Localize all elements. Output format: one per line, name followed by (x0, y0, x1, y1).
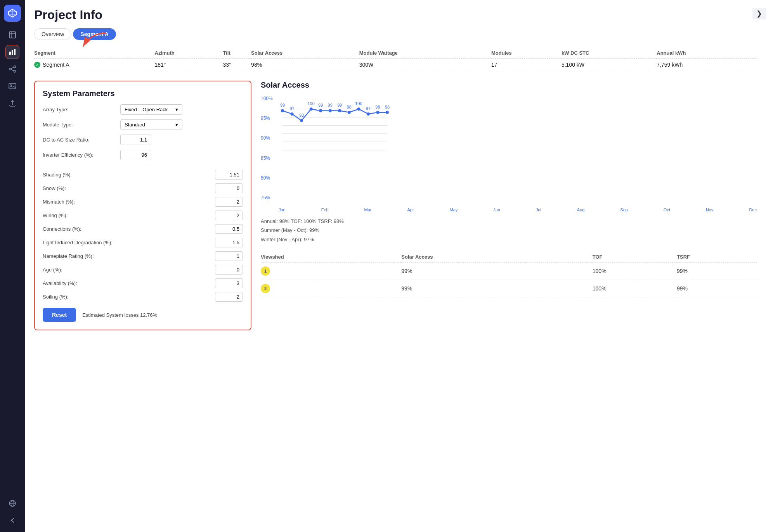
vs-solar-access-0: 99% (401, 263, 592, 280)
loss-input-9[interactable] (215, 292, 243, 302)
col-annual-kwh: Annual kWh (657, 48, 757, 59)
collapse-button[interactable]: ❯ (752, 8, 766, 19)
loss-label-6: Nameplate Rating (%): (43, 253, 215, 259)
svg-text:97: 97 (366, 106, 371, 111)
loss-input-0[interactable] (215, 170, 243, 180)
two-col-layout: System Parameters Array Type: Fixed – Op… (34, 81, 757, 330)
loss-label-0: Shading (%): (43, 172, 215, 178)
solar-chart-svg: 99979310099999998100979898 (279, 96, 395, 154)
array-type-row: Array Type: Fixed – Open Rack ▾ (43, 104, 243, 115)
array-type-select[interactable]: Fixed – Open Rack ▾ (120, 104, 182, 115)
col-modules: Modules (491, 48, 562, 59)
svg-text:98: 98 (385, 105, 390, 109)
loss-input-4[interactable] (215, 224, 243, 234)
svg-point-29 (338, 109, 341, 112)
col-segment: Segment (34, 48, 155, 59)
vs-tsrf-0: 99% (677, 263, 757, 280)
col-module-wattage: Module Wattage (359, 48, 491, 59)
module-type-row: Module Type: Standard ▾ (43, 119, 243, 130)
x-label: Feb (321, 207, 329, 212)
chart-x-labels: JanFebMarAprMayJunJulAugSepOctNovDec (279, 207, 757, 212)
svg-rect-7 (9, 83, 16, 89)
segment-table: Segment Azimuth Tilt Solar Access Module… (34, 48, 757, 71)
globe-icon[interactable] (5, 496, 19, 510)
chevron-down-icon-2: ▾ (175, 122, 178, 128)
svg-point-17 (281, 109, 284, 112)
inverter-eff-input[interactable] (120, 150, 151, 160)
loss-row: Nameplate Rating (%): (43, 251, 243, 261)
loss-row: Shading (%): (43, 170, 243, 180)
loss-label-4: Connections (%): (43, 226, 215, 232)
page-title: Project Info (34, 8, 757, 22)
reset-row: Reset Estimated System losses 12.76% (43, 308, 243, 322)
svg-point-21 (300, 119, 303, 122)
vs-tsrf-1: 99% (677, 280, 757, 297)
viewshed-num-0: 1 (261, 266, 270, 276)
tab-segment-a[interactable]: Segment A (73, 28, 116, 40)
svg-text:100: 100 (307, 101, 314, 106)
loss-row: Age (%): (43, 265, 243, 275)
svg-text:100: 100 (355, 101, 362, 106)
upload-icon[interactable] (5, 96, 19, 110)
loss-input-7[interactable] (215, 265, 243, 275)
stat-annual: Annual: 98% TOF: 100% TSRF: 98% (261, 217, 757, 226)
inverter-eff-row: Inverter Efficiency (%): (43, 150, 243, 160)
viewshed-num-1: 2 (261, 284, 270, 293)
loss-label-9: Soiling (%): (43, 294, 215, 300)
estimated-losses: Estimated System losses 12.76% (82, 312, 157, 318)
stat-winter: Winter (Nov - Apr): 97% (261, 235, 757, 244)
chart-y-labels: 100% 95% 90% 85% 80% 75% (261, 96, 273, 200)
inverter-eff-label: Inverter Efficiency (%): (43, 152, 120, 158)
back-arrow-icon[interactable] (5, 513, 19, 527)
loss-row: Soiling (%): (43, 292, 243, 302)
loss-row: Snow (%): (43, 183, 243, 193)
chart-bar-icon[interactable] (5, 45, 19, 59)
loss-label-2: Mismatch (%): (43, 199, 215, 205)
cube-icon[interactable] (5, 28, 19, 42)
table-row: Segment A 181° 33° 98% 300W 17 5.100 kW … (34, 59, 757, 71)
svg-point-25 (319, 109, 322, 112)
share-icon[interactable] (5, 62, 19, 76)
loss-input-3[interactable] (215, 211, 243, 220)
dc-ac-input[interactable] (120, 135, 151, 145)
image-icon[interactable] (5, 79, 19, 93)
svg-rect-1 (9, 52, 11, 55)
tab-overview[interactable]: Overview (34, 28, 71, 40)
svg-text:98: 98 (375, 105, 380, 109)
svg-point-33 (357, 107, 360, 111)
col-vs-solar-access: Solar Access (401, 252, 592, 263)
kw-dc-stc-value: 5.100 kW (562, 59, 657, 71)
annual-kwh-value: 7,759 kWh (657, 59, 757, 71)
x-label: Apr (407, 207, 414, 212)
col-azimuth: Azimuth (155, 48, 223, 59)
solar-access-panel: Solar Access 100% 95% 90% 85% 80% 75% 99… (261, 81, 757, 330)
array-type-label: Array Type: (43, 107, 120, 112)
app-logo[interactable] (4, 5, 21, 22)
loss-input-8[interactable] (215, 278, 243, 288)
svg-rect-3 (14, 49, 16, 55)
reset-button[interactable]: Reset (43, 308, 76, 322)
module-type-value: Standard (125, 122, 145, 128)
module-type-select[interactable]: Standard ▾ (120, 119, 182, 130)
viewshed-row: 1 99% 100% 99% (261, 263, 757, 280)
loss-input-5[interactable] (215, 238, 243, 247)
svg-point-37 (376, 111, 379, 114)
viewshed-row: 2 99% 100% 99% (261, 280, 757, 297)
svg-text:99: 99 (337, 103, 342, 107)
loss-input-6[interactable] (215, 251, 243, 261)
col-tilt: Tilt (223, 48, 251, 59)
loss-row: Availability (%): (43, 278, 243, 288)
vs-tof-1: 100% (593, 280, 677, 297)
svg-point-23 (310, 107, 313, 111)
x-label: Mar (364, 207, 372, 212)
loss-input-1[interactable] (215, 183, 243, 193)
vs-tof-0: 100% (593, 263, 677, 280)
tilt-value: 33° (223, 59, 251, 71)
x-label: Nov (706, 207, 714, 212)
svg-rect-0 (9, 32, 16, 38)
svg-text:97: 97 (289, 106, 294, 111)
segment-name: Segment A (34, 62, 155, 68)
svg-point-5 (14, 71, 16, 73)
loss-label-3: Wiring (%): (43, 212, 215, 218)
loss-input-2[interactable] (215, 197, 243, 207)
